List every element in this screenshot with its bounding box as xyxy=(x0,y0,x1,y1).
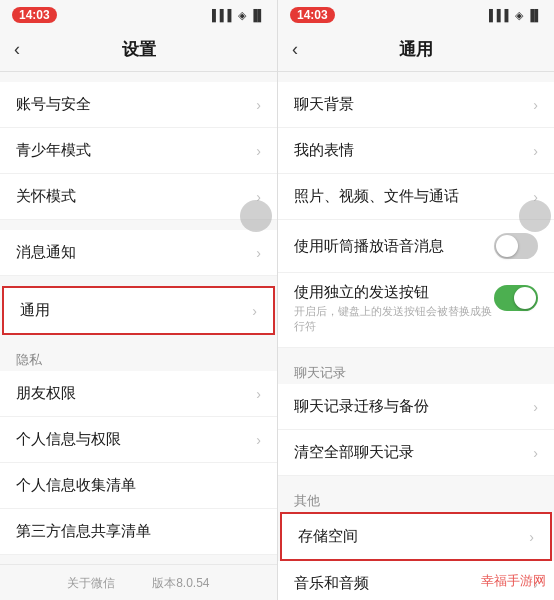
item-label: 聊天记录迁移与备份 xyxy=(294,397,429,416)
settings-item-storage[interactable]: 存储空间 › xyxy=(280,512,552,561)
left-status-icons: ▌▌▌ ◈ ▐▌ xyxy=(212,9,265,22)
settings-item-general[interactable]: 通用 › xyxy=(2,286,275,335)
settings-item-send-btn[interactable]: 使用独立的发送按钮 开启后，键盘上的发送按钮会被替换成换行符 xyxy=(278,273,554,348)
settings-item-chat-transfer[interactable]: 聊天记录迁移与备份 › xyxy=(278,384,554,430)
chat-history-section: 聊天记录 xyxy=(278,358,554,384)
item-label: 青少年模式 xyxy=(16,141,91,160)
item-label: 通用 xyxy=(20,301,50,320)
item-content: 使用独立的发送按钮 开启后，键盘上的发送按钮会被替换成换行符 xyxy=(294,283,494,334)
right-panel: 14:03 ▌▌▌ ◈ ▐▌ ‹ 通用 聊天背景 › 我的表情 › 照片、视频、… xyxy=(277,0,554,600)
divider-r1 xyxy=(278,348,554,358)
settings-item-media[interactable]: 照片、视频、文件与通话 › xyxy=(278,174,554,220)
signal-icon: ▌▌▌ xyxy=(212,9,235,21)
divider-r0 xyxy=(278,72,554,82)
left-nav-title: 设置 xyxy=(122,38,156,61)
settings-item-friends[interactable]: 朋友权限 › xyxy=(0,371,277,417)
item-label: 消息通知 xyxy=(16,243,76,262)
right-status-icons: ▌▌▌ ◈ ▐▌ xyxy=(489,9,542,22)
settings-item-personal-info[interactable]: 个人信息与权限 › xyxy=(0,417,277,463)
settings-item-care[interactable]: 关怀模式 › xyxy=(0,174,277,220)
item-label: 照片、视频、文件与通话 xyxy=(294,187,459,206)
right-status-bar: 14:03 ▌▌▌ ◈ ▐▌ xyxy=(278,0,554,28)
left-nav-bar: ‹ 设置 xyxy=(0,28,277,72)
privacy-section-label: 隐私 xyxy=(0,345,277,371)
version-text: 关于微信 版本8.0.54 xyxy=(67,576,209,590)
battery-icon: ▐▌ xyxy=(526,9,542,21)
item-label: 使用独立的发送按钮 xyxy=(294,283,429,300)
divider-1 xyxy=(0,72,277,82)
left-settings-list: 账号与安全 › 青少年模式 › 关怀模式 › 消息通知 › 通用 › 隐私 朋友… xyxy=(0,72,277,564)
right-time: 14:03 xyxy=(290,7,335,23)
item-label: 个人信息与权限 xyxy=(16,430,121,449)
settings-item-thirdparty[interactable]: 第三方信息共享清单 xyxy=(0,509,277,555)
left-bottom-bar: 关于微信 版本8.0.54 xyxy=(0,564,277,600)
item-label: 清空全部聊天记录 xyxy=(294,443,414,462)
item-label: 存储空间 xyxy=(298,527,358,546)
chevron-icon: › xyxy=(256,386,261,402)
chevron-icon: › xyxy=(256,143,261,159)
settings-item-clear-chat[interactable]: 清空全部聊天记录 › xyxy=(278,430,554,476)
divider-4 xyxy=(0,335,277,345)
right-back-button[interactable]: ‹ xyxy=(292,39,298,60)
send-btn-toggle[interactable] xyxy=(494,285,538,311)
chevron-icon: › xyxy=(529,529,534,545)
item-label: 账号与安全 xyxy=(16,95,91,114)
settings-item-youth[interactable]: 青少年模式 › xyxy=(0,128,277,174)
right-settings-list: 聊天背景 › 我的表情 › 照片、视频、文件与通话 › 使用听筒播放语音消息 使… xyxy=(278,72,554,600)
item-label: 个人信息收集清单 xyxy=(16,476,136,495)
settings-item-chat-bg[interactable]: 聊天背景 › xyxy=(278,82,554,128)
left-back-button[interactable]: ‹ xyxy=(14,39,20,60)
scroll-indicator-right xyxy=(519,200,551,232)
settings-item-notification[interactable]: 消息通知 › xyxy=(0,230,277,276)
about-wechat-label: 关于微信 xyxy=(67,576,115,590)
divider-r2 xyxy=(278,476,554,486)
left-time: 14:03 xyxy=(12,7,57,23)
chevron-icon: › xyxy=(533,445,538,461)
settings-item-earpiece[interactable]: 使用听筒播放语音消息 xyxy=(278,220,554,273)
chevron-icon: › xyxy=(252,303,257,319)
left-panel: 14:03 ▌▌▌ ◈ ▐▌ ‹ 设置 账号与安全 › 青少年模式 › 关怀模式… xyxy=(0,0,277,600)
item-label: 使用听筒播放语音消息 xyxy=(294,237,444,254)
item-label: 我的表情 xyxy=(294,141,354,160)
chevron-icon: › xyxy=(256,97,261,113)
settings-item-collection[interactable]: 个人信息收集清单 xyxy=(0,463,277,509)
item-label: 音乐和音频 xyxy=(294,574,369,593)
right-nav-bar: ‹ 通用 xyxy=(278,28,554,72)
version-number: 版本8.0.54 xyxy=(152,576,209,590)
chevron-icon: › xyxy=(256,245,261,261)
item-label: 关怀模式 xyxy=(16,187,76,206)
earpiece-toggle[interactable] xyxy=(494,233,538,259)
divider-5 xyxy=(0,555,277,564)
left-status-bar: 14:03 ▌▌▌ ◈ ▐▌ xyxy=(0,0,277,28)
other-section: 其他 xyxy=(278,486,554,512)
chevron-icon: › xyxy=(256,432,261,448)
right-nav-title: 通用 xyxy=(399,38,433,61)
chevron-icon: › xyxy=(533,399,538,415)
item-label: 聊天背景 xyxy=(294,95,354,114)
divider-3 xyxy=(0,276,277,286)
chevron-icon: › xyxy=(533,97,538,113)
item-label: 朋友权限 xyxy=(16,384,76,403)
item-content: 使用听筒播放语音消息 xyxy=(294,237,494,256)
settings-item-account[interactable]: 账号与安全 › xyxy=(0,82,277,128)
item-label: 第三方信息共享清单 xyxy=(16,522,151,541)
watermark: 幸福手游网 xyxy=(481,572,546,590)
wifi-icon: ◈ xyxy=(515,9,523,22)
battery-icon: ▐▌ xyxy=(249,9,265,21)
scroll-indicator-left xyxy=(240,200,272,232)
wifi-icon: ◈ xyxy=(238,9,246,22)
send-btn-desc: 开启后，键盘上的发送按钮会被替换成换行符 xyxy=(294,304,494,334)
chevron-icon: › xyxy=(533,143,538,159)
divider-2 xyxy=(0,220,277,230)
signal-icon: ▌▌▌ xyxy=(489,9,512,21)
settings-item-emoji[interactable]: 我的表情 › xyxy=(278,128,554,174)
